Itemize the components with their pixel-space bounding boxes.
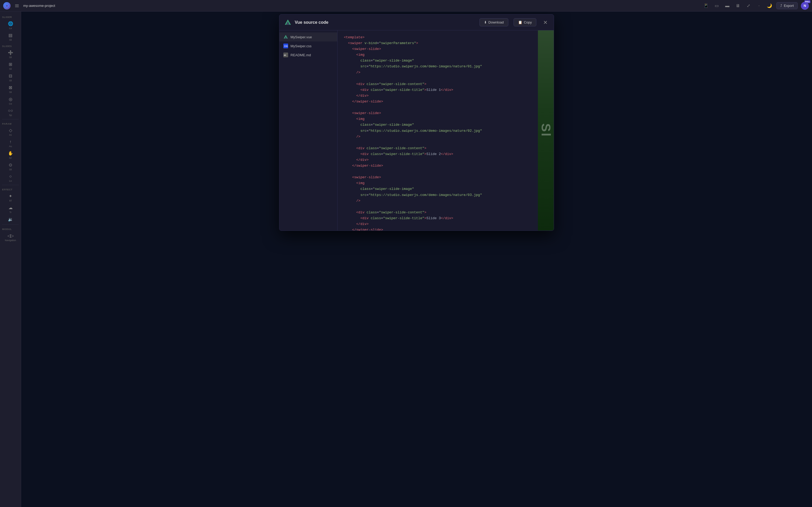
svg-rect-4 [15,7,19,7]
slider-icon: ▤ [8,33,12,38]
modal-overlay: Vue source code ⬇ Download 📋 Copy ✕ [21,12,812,507]
sidebar: SLIDER 🌐 La ▤ Sli SLIDES ➕ Sli ⊞ Sli ⊟ S… [0,12,21,507]
navigation-icon: ◁▷ [7,233,14,238]
file-item-vue[interactable]: MySwiper.vue [280,33,337,42]
divider-icon: · [755,2,763,9]
minus-icon: ⊟ [9,73,12,78]
app-logo [3,2,11,9]
sidebar-item-slide-param[interactable]: ⊙ Sli [0,161,21,172]
spacer-icon: ○○ [8,108,13,113]
file-item-css[interactable]: CSS MySwiper.css [280,42,337,50]
add-icon: ➕ [8,50,13,55]
effect-icon: ✦ [9,193,12,199]
volume-icon: 🔉 [8,217,13,222]
initial-icon: ◇ [9,128,12,133]
vue-filename: MySwiper.vue [291,35,312,39]
md-file-icon: MD [283,52,288,58]
file-tree: MySwiper.vue CSS MySwiper.css [280,31,338,230]
main-layout: SLIDER 🌐 La ▤ Sli SLIDES ➕ Sli ⊞ Sli ⊟ S… [0,12,812,507]
center-icon: ◎ [9,97,12,102]
divider-1 [2,119,19,119]
project-name: my-awesome-project [23,4,699,8]
sidebar-item-auto[interactable]: ↑ Au [0,138,21,149]
vue-file-icon [283,34,288,40]
sidebar-item-initial[interactable]: ◇ Ini [0,126,21,138]
modal-body: MySwiper.vue CSS MySwiper.css [280,31,554,230]
dark-mode-icon[interactable]: 🌙 [766,2,773,9]
sidebar-item-transition[interactable]: ☁ Tr [0,204,21,215]
x-icon: ⊠ [9,85,12,90]
sidebar-item-volume[interactable]: 🔉 [0,215,21,223]
device-icons: 📱 ▭ ▬ 🖥 ⤢ · 🌙 [702,2,773,9]
sidebar-section-slider: SLIDER [0,14,21,19]
topbar: my-awesome-project 📱 ▭ ▬ 🖥 ⤢ · 🌙 ⤴ Expor… [0,0,812,12]
preview-background: Sl [538,31,554,230]
loop-icon: ○ [9,174,12,179]
sidebar-item-grab[interactable]: ✋ Gr [0,149,21,161]
avatar[interactable]: N PRO [801,2,809,10]
transition-icon: ☁ [8,205,13,210]
export-label: Export [784,4,794,8]
layout-icon: 🌐 [8,21,13,26]
sidebar-item-center[interactable]: ◎ Ce [0,95,21,107]
md-filename: README.md [291,53,311,57]
download-button[interactable]: ⬇ Download [479,18,508,26]
sidebar-item-spacer[interactable]: ○○ Sp [0,107,21,118]
sidebar-section-module: MODUL [0,226,21,232]
mobile-icon[interactable]: 📱 [702,2,710,9]
svg-rect-2 [15,4,19,5]
copy-label: Copy [524,20,532,24]
sidebar-item-x-slide[interactable]: ⊠ Sli [0,83,21,95]
sidebar-item-loop[interactable]: ○ Lo [0,172,21,184]
svg-text:CSS: CSS [284,45,288,47]
code-editor[interactable]: <template> <swiper v-bind="swiperParamet… [338,31,538,230]
download-icon: ⬇ [484,20,487,24]
grab-icon: ✋ [8,151,13,156]
vue-source-modal: Vue source code ⬇ Download 📋 Copy ✕ [279,14,554,231]
sidebar-item-grid-slide[interactable]: ⊞ Sli [0,60,21,72]
svg-text:MD: MD [284,54,286,56]
content-area: Vue source code ⬇ Download 📋 Copy ✕ [21,12,812,507]
modal-header: Vue source code ⬇ Download 📋 Copy ✕ [280,14,554,31]
auto-icon: ↑ [9,139,12,144]
sidebar-item-add-slide[interactable]: ➕ Sli [0,49,21,60]
css-filename: MySwiper.css [291,44,311,48]
css-file-icon: CSS [283,43,288,49]
modal-title: Vue source code [295,20,476,25]
close-button[interactable]: ✕ [542,19,549,26]
preview-panel: Sl [538,31,554,230]
sidebar-toggle[interactable] [14,3,20,9]
svg-rect-3 [15,6,19,6]
preview-text: Sl [539,123,553,137]
sidebar-section-slides: SLIDES [0,43,21,49]
grid-icon: ⊞ [9,62,12,67]
sidebar-item-layout[interactable]: 🌐 La [0,19,21,31]
copy-icon: 📋 [518,20,522,24]
sidebar-item-effect[interactable]: ✦ Ef [0,192,21,204]
expand-icon[interactable]: ⤢ [745,2,752,9]
pro-badge: PRO [804,0,810,3]
sidebar-item-navigation[interactable]: ◁▷ Navigation [0,232,21,243]
slide-param-icon: ⊙ [9,162,12,167]
sidebar-section-param: PARAM [0,120,21,126]
desktop-icon[interactable]: 🖥 [734,2,742,9]
tablet-landscape-icon[interactable]: ▬ [723,2,731,9]
sidebar-item-minus-slide[interactable]: ⊟ Sli [0,72,21,83]
file-item-md[interactable]: MD README.md [280,50,337,59]
svg-point-1 [6,5,8,7]
share-icon: ⤴ [780,4,782,8]
tablet-icon[interactable]: ▭ [713,2,720,9]
download-label: Download [489,20,504,24]
divider-3 [2,224,19,225]
export-button[interactable]: ⤴ Export [776,2,798,9]
sidebar-section-effect: EFFECT [0,186,21,192]
copy-button[interactable]: 📋 Copy [514,18,536,26]
vue-logo-icon [284,19,292,26]
divider-2 [2,185,19,185]
sidebar-item-slider[interactable]: ▤ Sli [0,31,21,43]
